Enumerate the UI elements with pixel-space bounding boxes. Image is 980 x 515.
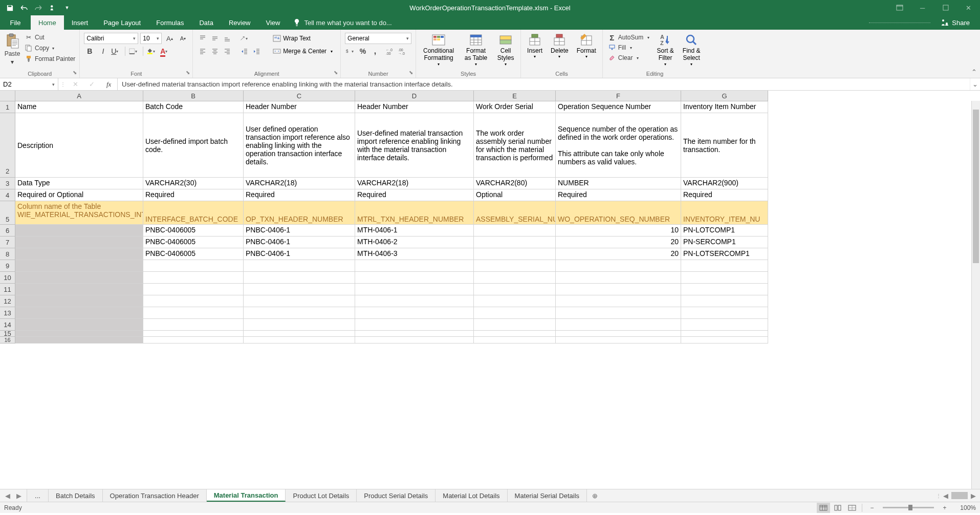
close-icon[interactable]: ✕ [957,0,980,15]
cell-G10[interactable] [681,272,768,284]
cell-G12[interactable] [681,295,768,307]
row-header-10[interactable]: 10 [0,272,15,284]
redo-icon[interactable] [32,1,45,14]
cell-A4[interactable]: Required or Optional [15,189,143,201]
cell-styles-button[interactable]: Cell Styles▾ [493,31,518,69]
col-header-D[interactable]: D [355,91,474,101]
dialog-launcher-icon[interactable]: ⬊ [332,69,339,76]
cell-A12[interactable] [15,295,143,307]
cell-D12[interactable] [355,295,474,307]
name-box[interactable]: D2▾ [0,78,58,90]
cell-B2[interactable]: User-defined import batch code. [143,113,244,178]
cell-E14[interactable] [474,319,556,331]
format-as-table-button[interactable]: Format as Table▾ [459,31,493,69]
cell-E5[interactable]: ASSEMBLY_SERIAL_NUMBER [474,201,556,225]
align-top-icon[interactable] [197,33,208,44]
cut-button[interactable]: ✂Cut [24,33,76,42]
cell-A1[interactable]: Name [15,101,143,113]
cell-A2[interactable]: Description [15,113,143,178]
scrollbar-thumb[interactable] [973,110,979,263]
row-header-13[interactable]: 13 [0,307,15,319]
cell-E4[interactable]: Optional [474,189,556,201]
save-icon[interactable] [3,1,16,14]
tab-page-layout[interactable]: Page Layout [96,15,148,30]
cell-G2[interactable]: The item number for th transaction. [681,113,768,178]
cell-F13[interactable] [556,307,681,319]
cell-F12[interactable] [556,295,681,307]
find-select-button[interactable]: Find & Select▾ [678,31,705,69]
cell-C15[interactable] [244,331,355,337]
cell-G11[interactable] [681,284,768,295]
select-all-corner[interactable] [0,91,15,101]
cell-B12[interactable] [143,295,244,307]
cell-B13[interactable] [143,307,244,319]
row-header-1[interactable]: 1 [0,101,15,113]
cell-E9[interactable] [474,260,556,272]
font-name-combo[interactable]: Calibri▾ [84,33,138,44]
share-button[interactable]: Share [941,18,970,27]
cell-D2[interactable]: User-defined material transaction import… [355,113,474,178]
cell-C9[interactable] [244,260,355,272]
cell-F4[interactable]: Required [556,189,681,201]
cell-F5[interactable]: WO_OPERATION_SEQ_NUMBER [556,201,681,225]
cell-F9[interactable] [556,260,681,272]
cell-F3[interactable]: NUMBER [556,178,681,189]
cell-G3[interactable]: VARCHAR2(900) [681,178,768,189]
cell-B9[interactable] [143,260,244,272]
account-name[interactable] [869,23,930,23]
collapse-ribbon-icon[interactable]: ⌃ [968,30,980,78]
cell-G1[interactable]: Inventory Item Number [681,101,768,113]
conditional-formatting-button[interactable]: Conditional Formatting▾ [418,31,459,69]
vertical-scrollbar[interactable] [971,101,980,489]
cell-G16[interactable] [681,337,768,344]
decrease-decimal-icon[interactable]: .00→.0 [397,46,408,57]
cell-D3[interactable]: VARCHAR2(18) [355,178,474,189]
cell-A15[interactable] [15,331,143,337]
cell-F16[interactable] [556,337,681,344]
cell-D4[interactable]: Required [355,189,474,201]
cell-D1[interactable]: Header Number [355,101,474,113]
cell-A14[interactable] [15,319,143,331]
dialog-launcher-icon[interactable]: ⬊ [71,69,78,76]
wrap-text-button[interactable]: abWrap Text [269,33,336,44]
cell-B14[interactable] [143,319,244,331]
cell-B1[interactable]: Batch Code [143,101,244,113]
italic-button[interactable]: I [97,46,108,57]
row-header-14[interactable]: 14 [0,319,15,331]
tab-file[interactable]: File [0,15,31,30]
number-format-combo[interactable]: General▾ [345,33,411,44]
sheet-prev-icon[interactable]: ◀ [3,492,12,500]
cell-D11[interactable] [355,284,474,295]
border-button[interactable]: ▾ [128,46,140,57]
cell-D8[interactable]: MTH-0406-3 [355,248,474,260]
align-right-icon[interactable] [222,46,233,57]
cell-E11[interactable] [474,284,556,295]
cell-G15[interactable] [681,331,768,337]
cell-D7[interactable]: MTH-0406-2 [355,237,474,248]
increase-decimal-icon[interactable]: ←.0.00 [385,46,396,57]
cell-A7[interactable] [15,237,143,248]
page-break-view-icon[interactable] [845,503,859,513]
sheet-tab-product-serial[interactable]: Product Serial Details [357,489,435,502]
cell-C8[interactable]: PNBC-0406-1 [244,248,355,260]
cell-E16[interactable] [474,337,556,344]
cell-B16[interactable] [143,337,244,344]
sheet-more[interactable]: ... [27,489,49,502]
cell-G8[interactable]: PN-LOTSERCOMP1 [681,248,768,260]
col-header-B[interactable]: B [143,91,244,101]
add-sheet-icon[interactable]: ⊕ [587,489,602,502]
orientation-button[interactable]: ▾ [239,33,250,44]
cell-A13[interactable] [15,307,143,319]
cell-B10[interactable] [143,272,244,284]
cell-E7[interactable] [474,237,556,248]
cell-D15[interactable] [355,331,474,337]
cell-C1[interactable]: Header Number [244,101,355,113]
cell-C6[interactable]: PNBC-0406-1 [244,225,355,237]
cell-F6[interactable]: 10 [556,225,681,237]
decrease-indent-icon[interactable] [239,46,250,57]
cell-C16[interactable] [244,337,355,344]
cell-E1[interactable]: Work Order Serial [474,101,556,113]
insert-function-icon[interactable]: fx [103,78,115,90]
cell-C10[interactable] [244,272,355,284]
cell-F11[interactable] [556,284,681,295]
